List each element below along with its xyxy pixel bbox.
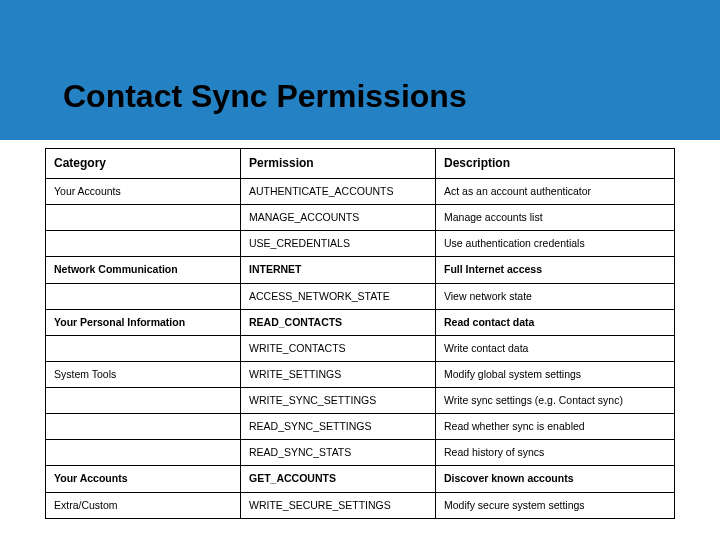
table-row: READ_SYNC_SETTINGSRead whether sync is e…	[46, 414, 675, 440]
table-header-row: Category Permission Description	[46, 149, 675, 179]
cell-description: Discover known accounts	[435, 466, 674, 492]
cell-category: Network Communication	[46, 257, 241, 283]
cell-category	[46, 283, 241, 309]
cell-permission: ACCESS_NETWORK_STATE	[240, 283, 435, 309]
cell-permission: GET_ACCOUNTS	[240, 466, 435, 492]
table-row: WRITE_CONTACTSWrite contact data	[46, 335, 675, 361]
cell-permission: AUTHENTICATE_ACCOUNTS	[240, 179, 435, 205]
table-row: ACCESS_NETWORK_STATEView network state	[46, 283, 675, 309]
header-category: Category	[46, 149, 241, 179]
cell-permission: READ_SYNC_SETTINGS	[240, 414, 435, 440]
header-band: Contact Sync Permissions	[0, 0, 720, 140]
cell-permission: USE_CREDENTIALS	[240, 231, 435, 257]
cell-category	[46, 335, 241, 361]
cell-category	[46, 414, 241, 440]
cell-category: Your Accounts	[46, 466, 241, 492]
cell-permission: WRITE_SECURE_SETTINGS	[240, 492, 435, 518]
table-row: Network CommunicationINTERNETFull Intern…	[46, 257, 675, 283]
cell-description: Act as an account authenticator	[435, 179, 674, 205]
cell-permission: INTERNET	[240, 257, 435, 283]
cell-description: Write sync settings (e.g. Contact sync)	[435, 388, 674, 414]
table-row: USE_CREDENTIALSUse authentication creden…	[46, 231, 675, 257]
cell-category	[46, 388, 241, 414]
header-permission: Permission	[240, 149, 435, 179]
cell-description: Use authentication credentials	[435, 231, 674, 257]
table-row: WRITE_SYNC_SETTINGSWrite sync settings (…	[46, 388, 675, 414]
cell-category: Your Accounts	[46, 179, 241, 205]
cell-description: Full Internet access	[435, 257, 674, 283]
table-row: READ_SYNC_STATSRead history of syncs	[46, 440, 675, 466]
cell-permission: WRITE_SYNC_SETTINGS	[240, 388, 435, 414]
cell-permission: WRITE_SETTINGS	[240, 361, 435, 387]
table-row: Extra/CustomWRITE_SECURE_SETTINGSModify …	[46, 492, 675, 518]
header-description: Description	[435, 149, 674, 179]
cell-category: Your Personal Information	[46, 309, 241, 335]
cell-description: Modify secure system settings	[435, 492, 674, 518]
page-title: Contact Sync Permissions	[63, 78, 467, 115]
cell-category	[46, 231, 241, 257]
table-row: Your Personal InformationREAD_CONTACTSRe…	[46, 309, 675, 335]
cell-description: Write contact data	[435, 335, 674, 361]
cell-description: Manage accounts list	[435, 205, 674, 231]
permissions-table: Category Permission Description Your Acc…	[45, 148, 675, 519]
cell-category: Extra/Custom	[46, 492, 241, 518]
table-row: Your AccountsAUTHENTICATE_ACCOUNTSAct as…	[46, 179, 675, 205]
cell-description: Read history of syncs	[435, 440, 674, 466]
cell-category	[46, 205, 241, 231]
cell-permission: READ_CONTACTS	[240, 309, 435, 335]
cell-permission: WRITE_CONTACTS	[240, 335, 435, 361]
cell-description: Read whether sync is enabled	[435, 414, 674, 440]
table-row: MANAGE_ACCOUNTSManage accounts list	[46, 205, 675, 231]
cell-category	[46, 440, 241, 466]
table-row: System ToolsWRITE_SETTINGSModify global …	[46, 361, 675, 387]
permissions-table-wrap: Category Permission Description Your Acc…	[0, 148, 720, 519]
cell-permission: MANAGE_ACCOUNTS	[240, 205, 435, 231]
cell-description: View network state	[435, 283, 674, 309]
cell-description: Read contact data	[435, 309, 674, 335]
cell-description: Modify global system settings	[435, 361, 674, 387]
cell-category: System Tools	[46, 361, 241, 387]
cell-permission: READ_SYNC_STATS	[240, 440, 435, 466]
table-row: Your AccountsGET_ACCOUNTSDiscover known …	[46, 466, 675, 492]
